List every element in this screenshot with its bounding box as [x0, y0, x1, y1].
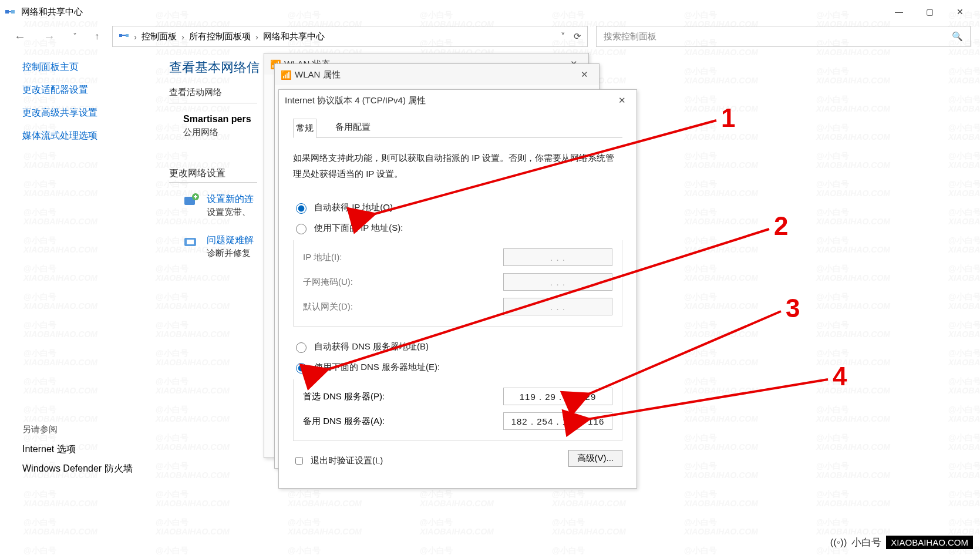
radio-label: 使用下面的 DNS 服务器地址(E):: [314, 362, 440, 373]
window-title: 网络和共享中心: [21, 6, 83, 18]
see-also-heading: 另请参阅: [22, 424, 148, 435]
up-button[interactable]: ↑: [90, 29, 104, 44]
radio-auto-dns[interactable]: 自动获得 DNS 服务器地址(B): [293, 341, 622, 353]
svg-rect-7: [187, 240, 194, 244]
chevron-right-icon: ›: [181, 32, 184, 42]
breadcrumb-current[interactable]: 网络和共享中心: [263, 31, 325, 42]
option-title: 问题疑难解: [207, 234, 254, 247]
radio-label: 使用下面的 IP 地址(S):: [314, 223, 403, 234]
search-icon[interactable]: 🔍: [952, 31, 963, 42]
forward-button[interactable]: →: [39, 28, 60, 46]
nav-row: ← → ˅ ↑ › 控制面板 › 所有控制面板项 › 网络和共享中心 ˅ ⟳ 搜…: [0, 23, 980, 49]
dns-fields-group: 首选 DNS 服务器(P): 119 . 29 . 29 . 29 备用 DNS…: [293, 379, 622, 441]
app-icon: [5, 6, 15, 17]
svg-rect-3: [126, 34, 129, 37]
annotation-2: 2: [774, 211, 788, 241]
address-dropdown-button[interactable]: ˅: [561, 31, 565, 42]
radio-manual-ip-input[interactable]: [296, 224, 307, 234]
home-icon: [119, 31, 129, 43]
radio-auto-ip[interactable]: 自动获得 IP 地址(O): [293, 201, 622, 214]
wifi-icon: 📶: [281, 70, 290, 79]
radio-manual-dns-input[interactable]: [296, 363, 307, 374]
gateway-label: 默认网关(D):: [303, 301, 353, 312]
annotation-4: 4: [833, 362, 847, 391]
chevron-right-icon: ›: [255, 32, 258, 42]
brand-watermark: ((◦)) 小白号 XIAOBAIHAO.COM: [830, 536, 973, 549]
subnet-mask-input: . . .: [503, 273, 612, 291]
brand-url: XIAOBAIHAO.COM: [886, 536, 973, 549]
dialog-title: WLAN 属性: [295, 69, 341, 80]
sidebar-media-streaming[interactable]: 媒体流式处理选项: [22, 130, 148, 142]
ip-address-input: . . .: [503, 248, 612, 266]
chevron-right-icon: ›: [134, 32, 137, 42]
sidebar-adapter-settings[interactable]: 更改适配器设置: [22, 84, 148, 96]
radio-manual-dns[interactable]: 使用下面的 DNS 服务器地址(E):: [293, 361, 622, 374]
close-button[interactable]: ✕: [945, 0, 975, 23]
sidebar-sharing-settings[interactable]: 更改高级共享设置: [22, 107, 148, 119]
back-button[interactable]: ←: [9, 28, 31, 46]
preferred-dns-input[interactable]: 119 . 29 . 29 . 29: [503, 388, 612, 405]
sidebar-home[interactable]: 控制面板主页: [22, 61, 148, 73]
annotation-3: 3: [786, 294, 800, 323]
minimize-button[interactable]: —: [884, 0, 914, 23]
svg-rect-0: [5, 10, 9, 14]
svg-rect-2: [119, 34, 122, 37]
ipv4-properties-dialog: Internet 协议版本 4 (TCP/IPv4) 属性 ✕ 常规 备用配置 …: [278, 89, 637, 489]
tabs: 常规 备用配置: [293, 118, 622, 138]
refresh-button[interactable]: ⟳: [574, 31, 581, 42]
validate-label: 退出时验证设置(L): [311, 455, 383, 466]
radio-auto-dns-input[interactable]: [296, 342, 307, 353]
close-icon[interactable]: ✕: [575, 69, 593, 80]
search-placeholder: 搜索控制面板: [604, 31, 656, 42]
subnet-mask-label: 子网掩码(U):: [303, 277, 353, 288]
sidebar: 控制面板主页 更改适配器设置 更改高级共享设置 媒体流式处理选项 另请参阅 In…: [0, 49, 164, 555]
radio-manual-ip[interactable]: 使用下面的 IP 地址(S):: [293, 222, 622, 234]
broadcast-icon: ((◦)): [830, 537, 847, 549]
maximize-button[interactable]: ▢: [914, 0, 945, 23]
preferred-dns-label: 首选 DNS 服务器(P):: [303, 391, 385, 402]
validate-checkbox[interactable]: [295, 457, 303, 465]
sidebar-internet-options[interactable]: Internet 选项: [22, 443, 148, 456]
option-desc: 设置宽带、: [207, 207, 254, 218]
advanced-button[interactable]: 高级(V)...: [568, 450, 623, 467]
radio-label: 自动获得 DNS 服务器地址(B): [314, 341, 429, 352]
troubleshoot-icon: [183, 234, 200, 248]
recent-button[interactable]: ˅: [68, 29, 82, 43]
breadcrumb-all-items[interactable]: 所有控制面板项: [189, 31, 251, 42]
option-desc: 诊断并修复: [207, 248, 254, 259]
ip-address-label: IP 地址(I):: [303, 252, 342, 263]
dialog-title: Internet 协议版本 4 (TCP/IPv4) 属性: [285, 95, 426, 106]
gateway-input: . . .: [503, 298, 612, 315]
tab-general[interactable]: 常规: [293, 119, 316, 138]
option-title: 设置新的连: [207, 193, 254, 206]
network-add-icon: [183, 193, 200, 207]
tab-alternate[interactable]: 备用配置: [333, 118, 373, 137]
brand-name: 小白号: [851, 536, 881, 549]
sidebar-defender-firewall[interactable]: Windows Defender 防火墙: [22, 463, 148, 475]
alternate-dns-input[interactable]: 182 . 254 . 116 . 116: [503, 412, 612, 430]
breadcrumb-control-panel[interactable]: 控制面板: [142, 31, 177, 42]
close-icon[interactable]: ✕: [613, 95, 631, 106]
address-bar[interactable]: › 控制面板 › 所有控制面板项 › 网络和共享中心 ˅ ⟳: [112, 26, 588, 47]
svg-rect-1: [11, 10, 15, 14]
help-text: 如果网络支持此功能，则可以获取自动指派的 IP 设置。否则，你需要从网络系统管理…: [293, 150, 622, 181]
annotation-1: 1: [721, 103, 735, 133]
alternate-dns-label: 备用 DNS 服务器(A):: [303, 416, 385, 427]
ip-fields-group: IP 地址(I): . . . 子网掩码(U): . . . 默认网关(D): …: [293, 240, 622, 327]
search-input[interactable]: 搜索控制面板 🔍: [596, 26, 971, 47]
radio-label: 自动获得 IP 地址(O): [314, 202, 393, 213]
titlebar: 网络和共享中心 — ▢ ✕: [0, 0, 980, 23]
radio-auto-ip-input[interactable]: [296, 203, 307, 214]
